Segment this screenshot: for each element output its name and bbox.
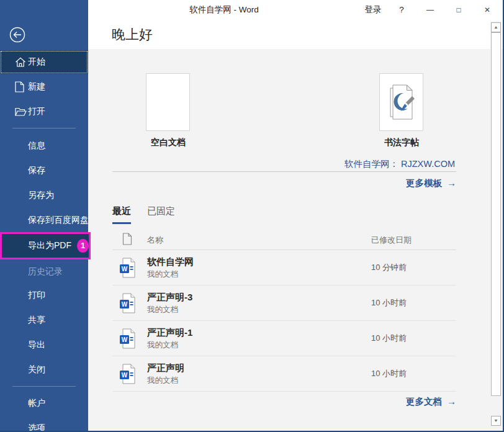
file-name: 软件自学网 <box>147 256 194 268</box>
more-documents-link[interactable]: 更多文档→ <box>406 396 456 408</box>
sidebar-item-save-as[interactable]: 另存为 <box>0 183 88 208</box>
template-label: 书法字帖 <box>364 137 439 148</box>
file-row[interactable]: W 软件自学网 我的文档 10 分钟前 <box>112 250 456 286</box>
recent-file-list: W 软件自学网 我的文档 10 分钟前 W 严正声明-3 我的文档 10 小时前 <box>112 250 456 392</box>
sidebar-item-new[interactable]: 新建 <box>0 75 88 99</box>
sidebar-item-export-pdf[interactable]: 导出为PDF 1 <box>0 232 91 259</box>
document-icon <box>122 233 132 245</box>
file-row[interactable]: W 严正声明 我的文档 10 小时前 <box>112 356 456 392</box>
file-location: 我的文档 <box>147 305 178 315</box>
sidebar-item-label: 开始 <box>28 56 45 68</box>
file-modified-date: 10 小时前 <box>371 333 407 344</box>
sidebar-item-label: 打印 <box>28 290 45 301</box>
svg-text:W: W <box>122 372 128 379</box>
arrow-right-icon: → <box>447 178 456 188</box>
tab-pinned[interactable]: 已固定 <box>147 205 175 224</box>
word-file-icon: W <box>119 364 136 384</box>
file-name: 严正声明 <box>147 362 184 374</box>
more-documents-label: 更多文档 <box>406 397 442 407</box>
tab-recent[interactable]: 最近 <box>112 205 131 224</box>
home-icon <box>15 57 26 68</box>
sidebar-item-close[interactable]: 关闭 <box>0 358 88 382</box>
word-file-icon: W <box>119 293 136 313</box>
step-badge: 1 <box>77 239 89 253</box>
template-label: 空白文档 <box>131 137 205 148</box>
maximize-button[interactable]: □ <box>444 0 473 20</box>
sidebar-divider <box>12 128 76 128</box>
sidebar-item-save-to-baidu[interactable]: 保存到百度网盘 <box>0 208 88 233</box>
sidebar-item-print[interactable]: 打印 <box>0 283 88 308</box>
sidebar-item-export[interactable]: 导出 <box>0 333 88 358</box>
sidebar-item-label: 保存到百度网盘 <box>28 215 89 226</box>
open-folder-icon <box>15 107 27 117</box>
scroll-up-button[interactable]: ▲ <box>491 22 501 32</box>
word-backstage-window: 软件自学网 - Word 登录 ? — □ ✕ 开始 <box>0 0 504 432</box>
sidebar-divider <box>12 386 76 387</box>
sidebar-item-label: 新建 <box>28 81 45 92</box>
titlebar-controls: 登录 ? — □ ✕ <box>359 0 502 20</box>
sidebar-item-open[interactable]: 打开 <box>0 100 88 124</box>
file-name: 严正声明-3 <box>147 292 192 304</box>
sidebar-item-info[interactable]: 信息 <box>0 133 88 158</box>
file-name: 严正声明-1 <box>147 327 192 339</box>
sidebar-item-options[interactable]: 选项 <box>0 416 88 432</box>
sidebar-item-label: 信息 <box>28 140 45 151</box>
column-header-modified[interactable]: 已修改日期 <box>371 235 412 246</box>
sidebar-item-account[interactable]: 帐户 <box>0 391 88 416</box>
word-file-icon: W <box>119 258 136 278</box>
vertical-scrollbar: ▲ ▼ <box>490 21 502 431</box>
window-title: 软件自学网 - Word <box>88 0 360 20</box>
file-row[interactable]: W 严正声明-1 我的文档 10 小时前 <box>112 321 456 356</box>
sidebar-item-share[interactable]: 共享 <box>0 308 88 333</box>
scroll-down-button[interactable]: ▼ <box>491 416 501 426</box>
sidebar-item-home[interactable]: 开始 <box>0 50 88 74</box>
file-row[interactable]: W 严正声明-3 我的文档 10 小时前 <box>112 286 456 321</box>
template-blank-document[interactable] <box>146 73 190 131</box>
svg-text:W: W <box>122 266 128 272</box>
help-button[interactable]: ? <box>387 0 416 20</box>
arrow-right-icon: → <box>447 396 456 407</box>
word-file-icon: W <box>119 328 136 349</box>
recent-tabs: 最近 已固定 <box>112 205 175 224</box>
file-modified-date: 10 小时前 <box>371 368 407 379</box>
backstage-sidebar: 开始 新建 打开 信息 保存 另存为 保存到百度网盘 <box>0 0 88 431</box>
sidebar-item-label: 帐户 <box>28 398 45 409</box>
sidebar-item-label: 共享 <box>28 315 45 326</box>
file-modified-date: 10 小时前 <box>371 297 407 308</box>
file-location: 我的文档 <box>147 340 178 351</box>
sidebar-item-label: 另存为 <box>28 190 54 201</box>
back-arrow-icon <box>9 27 25 43</box>
svg-text:W: W <box>122 301 128 308</box>
file-list-header: 名称 已修改日期 <box>112 231 456 250</box>
promo-link[interactable]: 软件自学网： RJZXW.COM <box>344 158 455 170</box>
close-button[interactable]: ✕ <box>473 0 502 20</box>
sidebar-item-label: 导出 <box>28 340 45 351</box>
sidebar-item-history: 历史记录 <box>0 259 88 284</box>
sidebar-item-label: 选项 <box>28 423 45 432</box>
calligraphy-template-icon <box>386 83 417 122</box>
sidebar-item-label: 导出为PDF <box>28 240 71 251</box>
sidebar-item-label: 打开 <box>28 106 45 117</box>
new-document-icon <box>15 81 24 92</box>
file-location: 我的文档 <box>147 376 178 386</box>
file-modified-date: 10 分钟前 <box>371 262 407 273</box>
sign-in-button[interactable]: 登录 <box>359 0 387 20</box>
sidebar-item-save[interactable]: 保存 <box>0 158 88 183</box>
greeting-heading: 晚上好 <box>112 25 153 44</box>
template-calligraphy[interactable] <box>379 73 423 131</box>
more-templates-link[interactable]: 更多模板→ <box>406 178 456 189</box>
section-divider <box>112 171 456 172</box>
file-location: 我的文档 <box>147 269 178 280</box>
column-header-name[interactable]: 名称 <box>147 235 163 246</box>
sidebar-item-label: 历史记录 <box>28 266 63 277</box>
more-templates-label: 更多模板 <box>406 178 442 188</box>
sidebar-item-label: 关闭 <box>28 364 45 376</box>
back-button[interactable] <box>9 27 25 43</box>
svg-text:W: W <box>122 336 128 343</box>
sidebar-item-label: 保存 <box>28 165 45 176</box>
minimize-button[interactable]: — <box>416 0 444 20</box>
scrollbar-thumb[interactable] <box>491 32 501 396</box>
